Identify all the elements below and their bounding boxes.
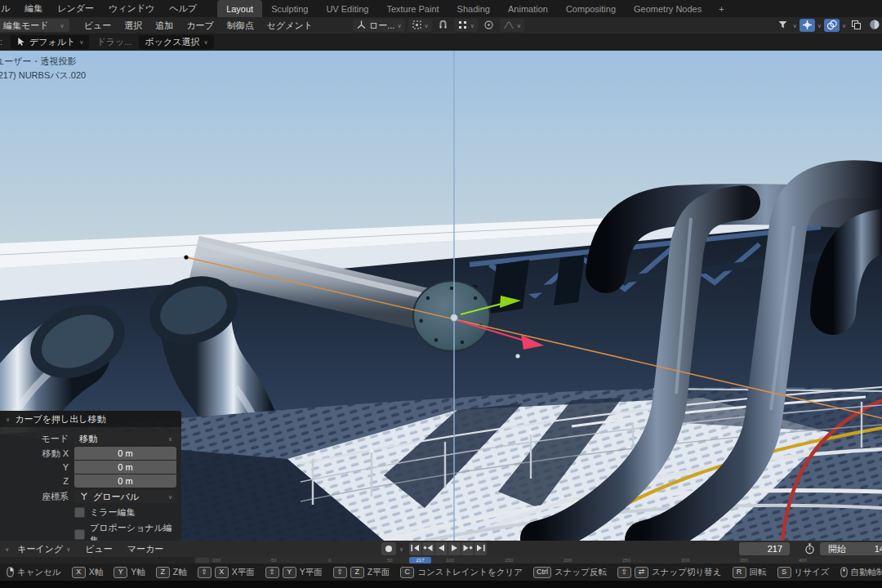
mouse-rmb-icon: [7, 567, 14, 577]
playhead-badge[interactable]: 217: [409, 557, 431, 564]
xray-icon: [851, 20, 862, 32]
xray-toggle-button[interactable]: [849, 19, 864, 32]
timeline-menu-label: ビュー: [85, 543, 113, 555]
chevron-down-icon[interactable]: ∨: [817, 23, 822, 29]
workspace-tab-geometry-nodes[interactable]: Geometry Nodes: [625, 0, 710, 17]
jump-start-button[interactable]: [409, 542, 421, 555]
viewport-menus: ビュー選択追加カーブ制御点セグメント: [78, 20, 319, 32]
workspace-tab-animation[interactable]: Animation: [499, 0, 557, 17]
mode-dropdown[interactable]: 編集モード ∨: [0, 19, 69, 32]
status-hint-9: ⇧⇄スナップ切り替え: [617, 567, 721, 578]
key-badge: Ctrl: [533, 567, 551, 578]
status-hint-11: Sリサイズ: [777, 567, 830, 578]
chevron-down-icon[interactable]: ∨: [399, 546, 403, 552]
timeline-menu-1[interactable]: ビュー: [78, 543, 119, 555]
viewport-menu-5[interactable]: セグメント: [261, 20, 319, 32]
viewport-menu-4[interactable]: 制御点: [220, 20, 261, 32]
start-frame-field[interactable]: 開始 140: [820, 542, 882, 555]
key-badge: Y: [114, 567, 127, 578]
mirror-editing-checkbox-row[interactable]: ミラー編集: [74, 506, 176, 519]
workspace-tab-uv-editing[interactable]: UV Editing: [317, 0, 377, 17]
timeline-menu-2[interactable]: マーカー: [121, 543, 171, 555]
add-workspace-button[interactable]: +: [710, 0, 732, 17]
chevron-down-icon: ∨: [203, 39, 207, 45]
menu-2[interactable]: レンダー: [50, 0, 101, 17]
menu-1[interactable]: 編集: [17, 0, 50, 17]
snap-toggle-button[interactable]: [435, 19, 451, 32]
status-hint-label: コンストレイントをクリア: [417, 567, 523, 578]
pivot-icon: [412, 20, 422, 32]
operator-panel-header[interactable]: ∨ カーブを押し出し移動: [0, 411, 181, 427]
play-reverse-button[interactable]: [435, 542, 448, 555]
shading-sphere-toggle-button[interactable]: [866, 19, 882, 32]
ruler-tick: 200: [564, 557, 572, 564]
status-hint-4: ⇧XX平面: [198, 567, 255, 578]
active-tool-dropdown[interactable]: デフォルト ∨: [11, 35, 89, 49]
chevron-down-icon[interactable]: ∨: [842, 23, 846, 29]
workspace-tab-texture-paint[interactable]: Texture Paint: [377, 0, 448, 17]
playback-button-group: [409, 542, 487, 555]
next-keyframe-button[interactable]: [461, 542, 474, 555]
mode-select[interactable]: 移動 ∨: [74, 432, 176, 445]
workspace-tabs: LayoutSculptingUV EditingTexture PaintSh…: [217, 0, 710, 17]
proportional-icon: [483, 20, 494, 32]
chevron-down-icon[interactable]: ∨: [793, 23, 797, 29]
viewport-menu-3[interactable]: カーブ: [180, 20, 220, 32]
checkbox-icon[interactable]: [74, 507, 85, 518]
status-hint-8: Ctrlスナップ反転: [533, 567, 607, 578]
workspace-tab-layout[interactable]: Layout: [217, 0, 262, 17]
viewport-menu-0[interactable]: ビュー: [78, 20, 118, 32]
menu-4[interactable]: ヘルプ: [162, 0, 204, 17]
ruler-collapse-button[interactable]: [196, 558, 209, 563]
transform-orientation-dropdown[interactable]: ロー...∨: [353, 19, 405, 32]
play-reverse-icon: [436, 544, 447, 554]
timeline-menus: ∨キーイング∨ビューマーカー: [0, 543, 170, 555]
proportional-editing-button[interactable]: [481, 19, 497, 32]
menu-0[interactable]: ル: [0, 0, 17, 17]
curve-start-point: [184, 255, 188, 259]
jump-end-button[interactable]: [474, 542, 487, 555]
editor-type-chevron-icon[interactable]: ∨: [5, 546, 9, 552]
move-x-field[interactable]: 0 m: [74, 447, 176, 460]
snap-orientation-cluster: ロー...∨∨∨∨: [353, 19, 524, 32]
record-button[interactable]: [381, 542, 396, 555]
menu-3[interactable]: ウィンドウ: [101, 0, 162, 17]
proportional-falloff-dropdown[interactable]: ∨: [500, 19, 524, 32]
move-z-field[interactable]: 0 m: [74, 474, 176, 488]
timeline-menu-0[interactable]: キーイング∨: [11, 543, 77, 555]
chevron-down-icon: ∨: [397, 23, 401, 29]
timeline-menu-label: キーイング: [17, 543, 63, 555]
status-hint-label: Z軸: [173, 567, 187, 578]
workspace-tab-sculpting[interactable]: Sculpting: [262, 0, 317, 17]
orientation-select[interactable]: グローバル ∨: [74, 490, 176, 503]
move-y-field[interactable]: 0 m: [74, 461, 176, 474]
snap-target-dropdown[interactable]: ∨: [454, 19, 478, 32]
current-frame-field[interactable]: 217: [739, 542, 790, 555]
mode-value: 移動: [79, 433, 97, 445]
key-badge: X: [72, 567, 86, 578]
current-frame-value: 217: [768, 544, 782, 554]
gizmo-icon: [802, 20, 813, 32]
viewport-menu-1[interactable]: 選択: [118, 20, 149, 32]
status-hint-label: 自動軸制限: [851, 567, 882, 578]
gizmo-toggle-button[interactable]: [800, 19, 815, 32]
overlays-icon: [826, 20, 837, 32]
workspace-tab-compositing[interactable]: Compositing: [557, 0, 625, 17]
overlays-toggle-button[interactable]: [824, 19, 840, 32]
select-mode-dropdown[interactable]: ボックス選択 ∨: [139, 35, 213, 49]
key-badge: ⇄: [635, 567, 648, 578]
view-name-label: ユーザー・透視投影: [0, 55, 86, 69]
checkbox-icon[interactable]: [74, 529, 85, 540]
prev-keyframe-button[interactable]: [422, 542, 434, 555]
viewport-menu-2[interactable]: 追加: [149, 20, 180, 32]
jump-end-icon: [475, 544, 486, 554]
play-button[interactable]: [448, 542, 461, 555]
workspace-tab-shading[interactable]: Shading: [448, 0, 499, 17]
mouse-mmb-icon: [840, 567, 848, 577]
timeline-ruler[interactable]: 217 -100-50050100150200250300350400: [0, 557, 882, 564]
blender-window: ル編集レンダーウィンドウヘルプ LayoutSculptingUV Editin…: [0, 0, 882, 588]
pivot-point-dropdown[interactable]: ∨: [408, 19, 432, 32]
falloff-curve-icon: [503, 20, 514, 32]
chevron-down-icon: ∨: [79, 39, 83, 45]
visibility-filter-toggle-button[interactable]: [775, 19, 791, 32]
